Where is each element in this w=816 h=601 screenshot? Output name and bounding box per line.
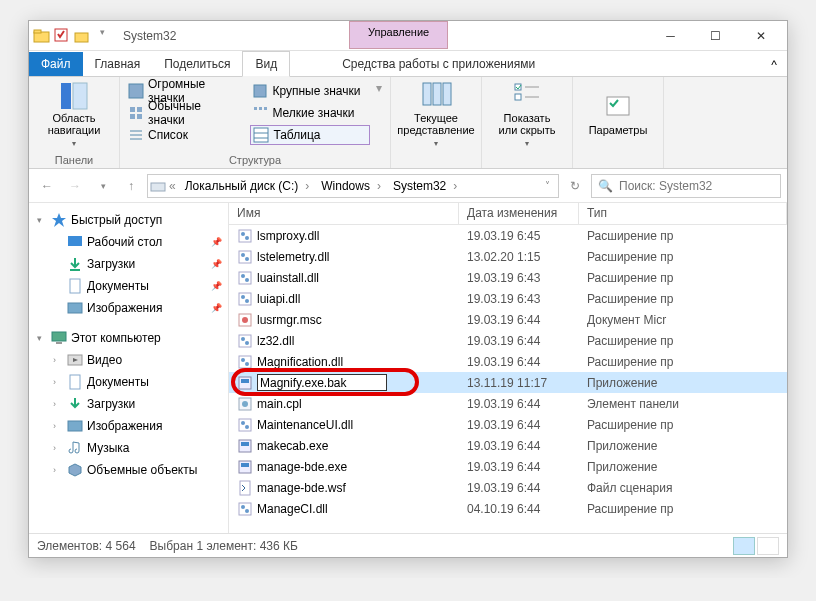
- view-m-icons[interactable]: Обычные значки: [126, 103, 246, 123]
- file-list: Имя Дата изменения Тип lsmproxy.dll19.03…: [229, 203, 787, 533]
- tree-3d-objects[interactable]: ›Объемные объекты: [31, 459, 226, 481]
- tree-videos[interactable]: ›Видео: [31, 349, 226, 371]
- col-name[interactable]: Имя: [229, 203, 459, 224]
- svg-marker-30: [52, 213, 66, 227]
- file-row[interactable]: lstelemetry.dll13.02.20 1:15Расширение п…: [229, 246, 787, 267]
- breadcrumb[interactable]: « Локальный диск (C:) Windows System32 ˅: [147, 174, 559, 198]
- qat-properties-icon[interactable]: [53, 27, 71, 45]
- view-s-icons[interactable]: Мелкие значки: [250, 103, 370, 123]
- nav-tree[interactable]: ▾Быстрый доступ Рабочий стол📌 Загрузки📌 …: [29, 203, 229, 533]
- maximize-button[interactable]: ☐: [693, 22, 738, 50]
- refresh-button[interactable]: ↻: [563, 174, 587, 198]
- file-row[interactable]: luainstall.dll19.03.19 6:43Расширение пр: [229, 267, 787, 288]
- crumb-system32[interactable]: System32: [387, 177, 463, 195]
- svg-rect-21: [423, 83, 431, 105]
- nav-fwd-button[interactable]: →: [63, 174, 87, 198]
- column-headers[interactable]: Имя Дата изменения Тип: [229, 203, 787, 225]
- col-date[interactable]: Дата изменения: [459, 203, 579, 224]
- file-row[interactable]: lusrmgr.msc19.03.19 6:44Документ Micr: [229, 309, 787, 330]
- crumb-windows[interactable]: Windows: [315, 177, 387, 195]
- crumb-c[interactable]: Локальный диск (C:): [179, 177, 316, 195]
- tab-home[interactable]: Главная: [83, 52, 153, 76]
- tree-pc-documents[interactable]: ›Документы: [31, 371, 226, 393]
- svg-rect-26: [515, 94, 521, 100]
- svg-rect-72: [241, 463, 249, 467]
- search-placeholder: Поиск: System32: [619, 179, 712, 193]
- svg-rect-39: [70, 375, 80, 389]
- svg-rect-28: [607, 97, 629, 115]
- tree-desktop[interactable]: Рабочий стол📌: [31, 231, 226, 253]
- minimize-button[interactable]: ─: [648, 22, 693, 50]
- tab-file[interactable]: Файл: [29, 52, 83, 76]
- col-type[interactable]: Тип: [579, 203, 787, 224]
- file-row[interactable]: ManageCI.dll04.10.19 6:44Расширение пр: [229, 498, 787, 519]
- file-row[interactable]: main.cpl19.03.19 6:44Элемент панели: [229, 393, 787, 414]
- manage-context-tab[interactable]: Управление: [349, 21, 448, 49]
- tree-pc-pictures[interactable]: ›Изображения: [31, 415, 226, 437]
- svg-rect-23: [443, 83, 451, 105]
- search-box[interactable]: 🔍 Поиск: System32: [591, 174, 781, 198]
- qat-folder-icon[interactable]: [73, 27, 91, 45]
- file-row[interactable]: 13.11.19 11:17Приложение: [229, 372, 787, 393]
- tree-this-pc[interactable]: ▾Этот компьютер: [31, 327, 226, 349]
- file-row[interactable]: makecab.exe19.03.19 6:44Приложение: [229, 435, 787, 456]
- file-row[interactable]: lz32.dll19.03.19 6:44Расширение пр: [229, 330, 787, 351]
- status-bar: Элементов: 4 564 Выбран 1 элемент: 436 К…: [29, 533, 787, 557]
- svg-rect-35: [52, 332, 66, 341]
- tab-share[interactable]: Поделиться: [152, 52, 242, 76]
- view-list[interactable]: Список: [126, 125, 246, 145]
- svg-rect-40: [68, 421, 82, 431]
- svg-rect-10: [137, 114, 142, 119]
- tree-pictures[interactable]: Изображения📌: [31, 297, 226, 319]
- svg-point-67: [241, 421, 245, 425]
- tree-pc-downloads[interactable]: ›Загрузки: [31, 393, 226, 415]
- svg-rect-70: [241, 442, 249, 446]
- view-details-button[interactable]: [733, 537, 755, 555]
- svg-rect-9: [130, 114, 135, 119]
- current-view-button[interactable]: Текущее представление▾: [397, 81, 475, 149]
- file-icon: [237, 480, 253, 496]
- svg-point-65: [242, 401, 248, 407]
- ribbon-collapse-icon[interactable]: ^: [761, 54, 787, 76]
- file-row[interactable]: manage-bde.wsf19.03.19 6:44Файл сценария: [229, 477, 787, 498]
- svg-rect-16: [259, 107, 262, 110]
- file-row[interactable]: lsmproxy.dll19.03.19 6:45Расширение пр: [229, 225, 787, 246]
- view-xl-icons[interactable]: Огромные значки: [126, 81, 246, 101]
- svg-point-50: [245, 278, 249, 282]
- options-button[interactable]: Параметры: [579, 81, 657, 149]
- tab-view[interactable]: Вид: [242, 51, 290, 77]
- svg-rect-59: [239, 356, 251, 368]
- file-row[interactable]: luiapi.dll19.03.19 6:43Расширение пр: [229, 288, 787, 309]
- tree-downloads[interactable]: Загрузки📌: [31, 253, 226, 275]
- svg-rect-1: [34, 30, 41, 33]
- nav-back-button[interactable]: ←: [35, 174, 59, 198]
- checkbox-list-icon: [513, 82, 541, 110]
- svg-rect-51: [239, 293, 251, 305]
- file-icon: [237, 291, 253, 307]
- view-table[interactable]: Таблица: [250, 125, 370, 145]
- file-row[interactable]: manage-bde.exe19.03.19 6:44Приложение: [229, 456, 787, 477]
- close-button[interactable]: ✕: [738, 22, 783, 50]
- file-row[interactable]: MaintenanceUI.dll19.03.19 6:44Расширение…: [229, 414, 787, 435]
- nav-up-button[interactable]: ↑: [119, 174, 143, 198]
- nav-pane-button[interactable]: Область навигации ▾: [35, 81, 113, 149]
- tree-documents[interactable]: Документы📌: [31, 275, 226, 297]
- show-hide-button[interactable]: Показать или скрыть▾: [488, 81, 566, 149]
- view-l-icons[interactable]: Крупные значки: [250, 81, 370, 101]
- tab-app-tools[interactable]: Средства работы с приложениями: [330, 52, 547, 76]
- nav-recent-button[interactable]: ▾: [91, 174, 115, 198]
- rename-input[interactable]: [257, 374, 387, 391]
- tree-quick-access[interactable]: ▾Быстрый доступ: [31, 209, 226, 231]
- tree-music[interactable]: ›Музыка: [31, 437, 226, 459]
- file-row[interactable]: Magnification.dll19.03.19 6:44Расширение…: [229, 351, 787, 372]
- layout-gallery-expand[interactable]: ▾: [374, 81, 384, 95]
- svg-rect-22: [433, 83, 441, 105]
- view-large-button[interactable]: [757, 537, 779, 555]
- svg-rect-56: [239, 335, 251, 347]
- svg-rect-7: [130, 107, 135, 112]
- svg-point-75: [241, 505, 245, 509]
- file-icon: [237, 312, 253, 328]
- qat-dropdown-icon[interactable]: ▾: [93, 27, 111, 45]
- svg-rect-42: [239, 230, 251, 242]
- group-panels-label: Панели: [35, 152, 113, 166]
